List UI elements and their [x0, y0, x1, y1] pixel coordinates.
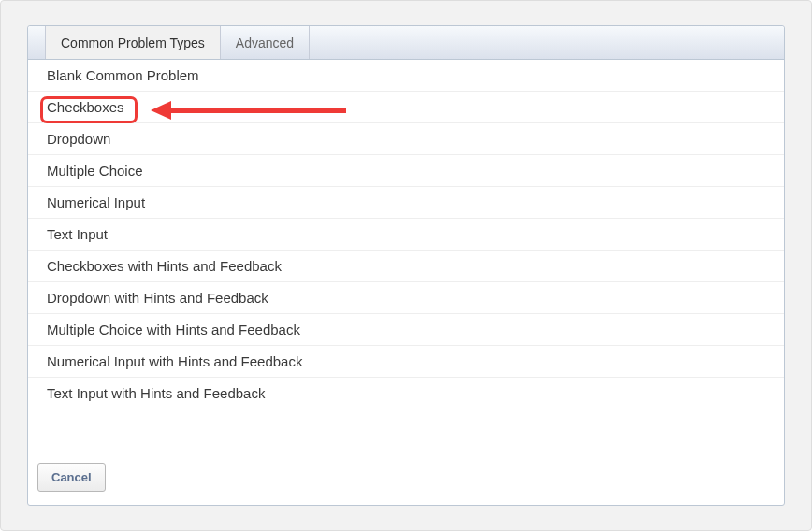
list-item-dropdown[interactable]: Dropdown	[28, 123, 784, 155]
problem-type-panel: Common Problem Types Advanced Blank Comm…	[27, 25, 785, 506]
tab-advanced[interactable]: Advanced	[221, 26, 310, 59]
list-item-dropdown-hints-feedback[interactable]: Dropdown with Hints and Feedback	[28, 282, 784, 314]
dialog-frame: Common Problem Types Advanced Blank Comm…	[0, 0, 812, 531]
button-row: Cancel	[28, 453, 784, 505]
list-item-checkboxes-hints-feedback[interactable]: Checkboxes with Hints and Feedback	[28, 251, 784, 282]
list-item-multiple-choice-hints-feedback[interactable]: Multiple Choice with Hints and Feedback	[28, 314, 784, 346]
list-item-multiple-choice[interactable]: Multiple Choice	[28, 155, 784, 187]
list-item-numerical-input[interactable]: Numerical Input	[28, 187, 784, 219]
cancel-button[interactable]: Cancel	[37, 463, 106, 492]
list-item-text-input[interactable]: Text Input	[28, 219, 784, 251]
tab-common-problem-types[interactable]: Common Problem Types	[45, 26, 221, 59]
list-item-numerical-input-hints-feedback[interactable]: Numerical Input with Hints and Feedback	[28, 346, 784, 378]
list-item-text-input-hints-feedback[interactable]: Text Input with Hints and Feedback	[28, 378, 784, 409]
tab-bar: Common Problem Types Advanced	[28, 26, 784, 60]
list-item-checkboxes[interactable]: Checkboxes	[28, 92, 784, 123]
list-item-blank-common-problem[interactable]: Blank Common Problem	[28, 60, 784, 92]
problem-type-list: Blank Common Problem Checkboxes Dropdown…	[28, 60, 784, 453]
